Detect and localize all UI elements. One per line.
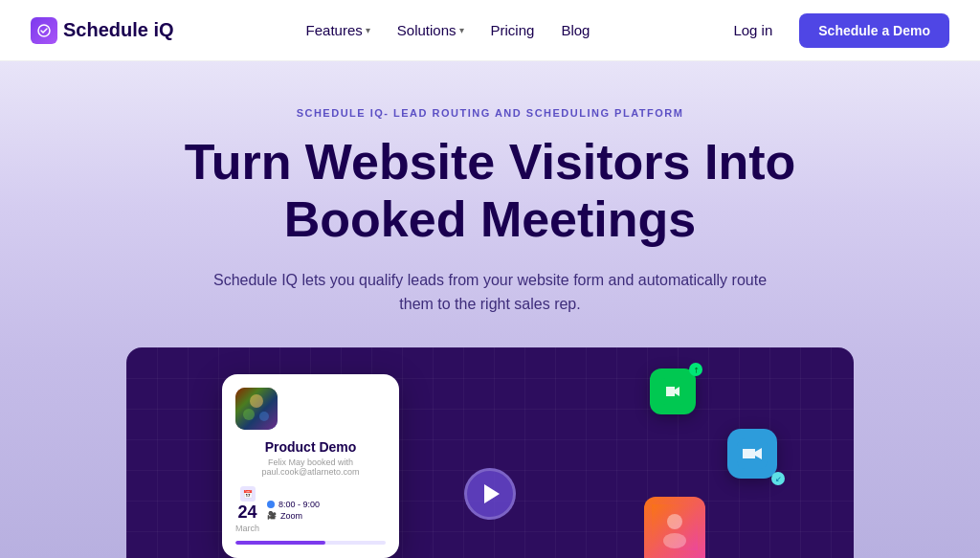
hero-section: SCHEDULE IQ- LEAD ROUTING AND SCHEDULING… [0,61,980,558]
progress-bar [235,541,386,545]
nav-right: Log in Schedule a Demo [722,13,949,48]
nav-label-pricing: Pricing [491,22,535,38]
nav-label-features: Features [306,22,363,38]
platform-text: Zoom [280,511,302,521]
hero-eyebrow: SCHEDULE IQ- LEAD ROUTING AND SCHEDULING… [31,107,949,119]
navbar: Schedule iQ Features ▾ Solutions ▾ Prici… [0,0,980,61]
nav-links: Features ▾ Solutions ▾ Pricing Blog [295,14,602,46]
calendar-icon: 📅 [240,486,256,502]
play-button[interactable] [464,468,516,520]
svg-point-2 [250,394,263,408]
svg-point-3 [243,409,255,420]
svg-rect-1 [235,388,278,430]
svg-point-8 [667,514,682,529]
schedule-demo-button[interactable]: Schedule a Demo [799,13,949,48]
nav-item-solutions[interactable]: Solutions ▾ [386,14,476,46]
date-month: March [235,524,259,533]
chevron-down-icon: ▾ [459,25,464,35]
chevron-down-icon: ▾ [366,25,370,35]
product-card-subtitle: Felix May booked with paul.cook@atlarnet… [235,458,386,477]
zoom-icon [727,429,777,479]
time-text: 8:00 - 9:00 [278,500,320,509]
login-button[interactable]: Log in [722,14,784,46]
zoom-badge: ↙ [771,472,785,485]
progress-fill [235,541,325,545]
nav-item-features[interactable]: Features ▾ [295,14,382,46]
arrow-icon: ↗ [690,364,701,374]
product-demo-card: Product Demo Felix May booked with paul.… [222,374,399,558]
play-icon [484,484,500,503]
logo-text: Schedule iQ [63,19,174,41]
small-avatar-card [644,497,705,558]
google-meet-icon [650,368,696,414]
dashboard-preview: Product Demo Felix May booked with paul.… [126,347,854,558]
product-card-date: 📅 24 March 8:00 - 9:00 🎥 Zoom [235,486,386,533]
platform-row: 🎥 Zoom [267,511,320,521]
product-card-avatar [235,388,278,430]
svg-point-4 [259,412,269,421]
date-number: 24 [237,502,256,523]
svg-point-9 [663,533,686,548]
nav-item-blog[interactable]: Blog [549,14,601,46]
logo[interactable]: Schedule iQ [31,17,174,44]
time-dot [267,501,275,508]
time-row: 8:00 - 9:00 [267,500,320,509]
zoom-badge-icon: ↙ [775,475,782,483]
hero-subtitle: Schedule IQ lets you qualify leads from … [212,268,768,317]
google-meet-badge: ↗ [689,363,702,376]
hero-title: Turn Website Visitors Into Booked Meetin… [165,134,815,249]
zoom-small-icon: 🎥 [267,511,277,520]
date-time-info: 8:00 - 9:00 🎥 Zoom [267,500,320,521]
nav-label-solutions: Solutions [397,22,457,38]
logo-icon [31,17,57,44]
nav-item-pricing[interactable]: Pricing [479,14,546,46]
nav-label-blog: Blog [561,22,590,38]
product-card-title: Product Demo [235,439,386,455]
